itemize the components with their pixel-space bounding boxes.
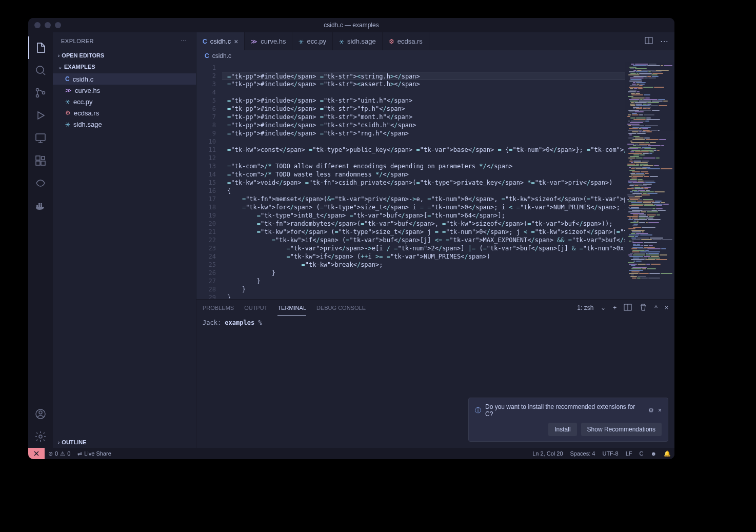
sidebar: EXPLORER ⋯ › OPEN EDITORS ⌄ EXAMPLES Ccs… — [53, 32, 196, 448]
panel-actions: 1: zsh ⌄ + ^ × — [577, 303, 668, 313]
editor-area[interactable]: 1234567891011121314151617181920212223242… — [196, 62, 674, 299]
sage-file-icon: ⚹ — [65, 121, 70, 128]
file-item-ecdsa[interactable]: ⚙ecdsa.rs — [53, 107, 196, 119]
panel-tabs: PROBLEMS OUTPUT TERMINAL DEBUG CONSOLE 1… — [196, 300, 674, 316]
svg-rect-4 — [36, 134, 45, 141]
terminal-tab[interactable]: TERMINAL — [277, 301, 306, 316]
encoding[interactable]: UTF-8 — [599, 450, 622, 457]
language-mode[interactable]: C — [635, 450, 647, 457]
bell-icon[interactable]: 🔔 — [660, 450, 674, 457]
error-count: 0 — [55, 450, 58, 457]
breadcrumb-file: csidh.c — [212, 52, 231, 60]
close-dot[interactable] — [34, 22, 41, 28]
zoom-dot[interactable] — [55, 22, 61, 28]
show-recommendations-button[interactable]: Show Recommendations — [581, 423, 662, 436]
chevron-right-icon: › — [58, 53, 59, 58]
outline-header[interactable]: › OUTLINE — [53, 437, 196, 448]
warning-count: 0 — [67, 450, 70, 457]
warning-icon: ⚠ — [60, 450, 65, 457]
c-file-icon: C — [65, 75, 70, 83]
c-file-icon: C — [203, 38, 207, 45]
titlebar[interactable]: csidh.c — examples — [28, 18, 674, 32]
tab-label: curve.hs — [261, 37, 286, 45]
chevron-down-icon[interactable]: ⌄ — [601, 304, 606, 311]
tab-label: ecdsa.rs — [397, 37, 423, 45]
new-terminal-icon[interactable]: + — [613, 304, 616, 311]
editor-tabs: Ccsidh.c× ≫curve.hs ⚹ecc.py ⚹sidh.sage ⚙… — [196, 32, 674, 50]
extensions-icon[interactable] — [28, 149, 53, 172]
indentation[interactable]: Spaces: 4 — [567, 450, 599, 457]
settings-gear-icon[interactable] — [28, 425, 53, 448]
live-share-icon: ⇌ — [77, 450, 82, 457]
split-terminal-icon[interactable] — [624, 303, 632, 313]
split-editor-icon[interactable] — [645, 36, 653, 47]
file-label: sidh.sage — [73, 121, 102, 128]
run-debug-icon[interactable] — [28, 104, 53, 127]
error-icon: ⊘ — [48, 450, 53, 457]
haskell-file-icon: ≫ — [65, 87, 72, 94]
errors-warnings[interactable]: ⊘0 ⚠0 — [45, 450, 74, 457]
tab-label: csidh.c — [210, 37, 231, 45]
more-actions-icon[interactable]: ⋯ — [660, 36, 668, 46]
cursor-position[interactable]: Ln 2, Col 20 — [529, 450, 566, 457]
live-share-icon[interactable] — [28, 172, 53, 194]
svg-point-0 — [36, 66, 44, 73]
examples-header[interactable]: ⌄ EXAMPLES — [53, 61, 196, 72]
examples-label: EXAMPLES — [64, 64, 95, 70]
live-share-status[interactable]: ⇌ Live Share — [74, 450, 115, 457]
haskell-file-icon: ≫ — [251, 38, 257, 45]
file-item-ecc[interactable]: ⚹ecc.py — [53, 96, 196, 107]
remote-indicator[interactable] — [28, 448, 45, 459]
breadcrumb[interactable]: C csidh.c — [196, 50, 674, 62]
tab-ecc[interactable]: ⚹ecc.py — [292, 32, 333, 50]
file-item-curve[interactable]: ≫curve.hs — [53, 85, 196, 96]
install-button[interactable]: Install — [548, 423, 576, 436]
rust-file-icon: ⚙ — [389, 38, 394, 45]
feedback-icon[interactable]: ☻ — [647, 450, 660, 457]
close-icon[interactable]: × — [234, 37, 238, 46]
open-editors-label: OPEN EDITORS — [62, 52, 104, 58]
problems-tab[interactable]: PROBLEMS — [203, 301, 234, 315]
svg-rect-8 — [42, 156, 45, 160]
tab-ecdsa[interactable]: ⚙ecdsa.rs — [383, 32, 429, 50]
more-icon[interactable]: ⋯ — [180, 37, 188, 45]
docker-icon[interactable] — [28, 194, 53, 217]
open-editors-header[interactable]: › OPEN EDITORS — [53, 50, 196, 61]
tab-curve[interactable]: ≫curve.hs — [245, 32, 292, 50]
chevron-up-icon[interactable]: ^ — [654, 304, 658, 311]
activity-bar — [28, 32, 53, 448]
accounts-icon[interactable] — [28, 403, 53, 425]
debug-console-tab[interactable]: DEBUG CONSOLE — [316, 301, 366, 315]
minimize-dot[interactable] — [45, 22, 51, 28]
source-control-icon[interactable] — [28, 82, 53, 104]
explorer-icon[interactable] — [28, 36, 53, 59]
rust-file-icon: ⚙ — [65, 109, 71, 116]
tab-label: ecc.py — [307, 37, 326, 45]
output-tab[interactable]: OUTPUT — [244, 301, 267, 315]
tab-csidh[interactable]: Ccsidh.c× — [196, 32, 245, 50]
line-gutter: 1234567891011121314151617181920212223242… — [196, 62, 222, 299]
eol[interactable]: LF — [622, 450, 636, 457]
sage-file-icon: ⚹ — [339, 38, 344, 45]
trash-icon[interactable] — [639, 303, 647, 313]
traffic-lights — [34, 22, 61, 28]
chevron-down-icon: ⌄ — [58, 64, 62, 70]
close-panel-icon[interactable]: × — [665, 304, 668, 311]
file-label: curve.hs — [75, 87, 100, 94]
live-share-label: Live Share — [84, 450, 111, 457]
gear-icon[interactable]: ⚙ — [648, 407, 654, 414]
tab-sidh[interactable]: ⚹sidh.sage — [333, 32, 383, 50]
tab-actions: ⋯ — [639, 32, 674, 50]
terminal-selector[interactable]: 1: zsh — [577, 304, 593, 311]
python-file-icon: ⚹ — [299, 38, 304, 45]
svg-rect-5 — [36, 156, 40, 160]
search-icon[interactable] — [28, 59, 53, 82]
close-icon[interactable]: × — [658, 407, 662, 414]
code-content[interactable]: ="tk-pp">#include</span> ="tk-str"><stri… — [222, 62, 625, 299]
file-item-sidh[interactable]: ⚹sidh.sage — [53, 119, 196, 130]
svg-rect-7 — [41, 161, 45, 165]
file-item-csidh[interactable]: Ccsidh.c — [53, 73, 196, 85]
bottom-panel: PROBLEMS OUTPUT TERMINAL DEBUG CONSOLE 1… — [196, 299, 674, 448]
minimap[interactable] — [625, 62, 674, 299]
remote-explorer-icon[interactable] — [28, 127, 53, 149]
